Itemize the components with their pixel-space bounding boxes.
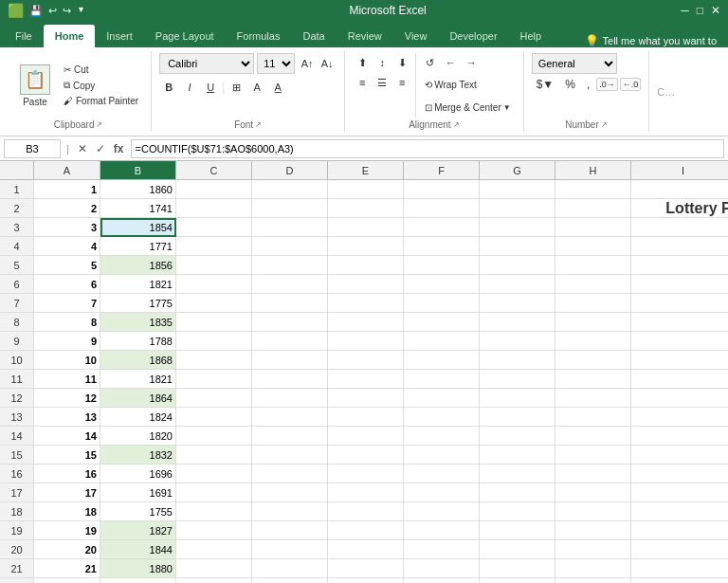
row-number[interactable]: 4 — [0, 237, 34, 256]
cell-a-5[interactable]: 5 — [34, 256, 100, 275]
cell-g-11[interactable] — [480, 370, 555, 389]
text-direction-button[interactable]: ↺ — [420, 53, 439, 72]
cell-e-15[interactable] — [328, 446, 404, 465]
cell-c-22[interactable] — [176, 578, 252, 583]
font-expand-icon[interactable]: ↗ — [255, 120, 262, 129]
cell-i-11[interactable] — [631, 370, 728, 389]
cell-d-19[interactable] — [252, 521, 328, 540]
cell-i-9[interactable] — [631, 332, 728, 351]
dollar-button[interactable]: $▼ — [532, 76, 559, 93]
cell-b-7[interactable]: 1775 — [100, 294, 176, 313]
cell-h-10[interactable] — [555, 351, 631, 370]
row-number[interactable]: 10 — [0, 351, 34, 370]
cell-b-19[interactable]: 1827 — [100, 521, 176, 540]
cell-d-22[interactable] — [252, 578, 328, 583]
cell-b-18[interactable]: 1755 — [100, 502, 176, 521]
cell-b-12[interactable]: 1864 — [100, 389, 176, 408]
cell-c-20[interactable] — [176, 540, 252, 559]
cancel-formula-icon[interactable]: ✕ — [75, 141, 90, 156]
cell-i-6[interactable] — [631, 275, 728, 294]
cell-c-17[interactable] — [176, 483, 252, 502]
align-bottom-button[interactable]: ⬇ — [392, 53, 411, 72]
bold-button[interactable]: B — [159, 78, 178, 97]
cell-b-4[interactable]: 1771 — [100, 237, 176, 256]
col-header-f[interactable]: F — [404, 161, 480, 179]
row-number[interactable]: 14 — [0, 427, 34, 446]
cell-e-10[interactable] — [328, 351, 404, 370]
cell-h-18[interactable] — [555, 502, 631, 521]
increase-font-size-button[interactable]: A↑ — [298, 54, 317, 73]
cell-e-2[interactable] — [328, 199, 404, 218]
cell-g-9[interactable] — [480, 332, 555, 351]
cell-h-1[interactable] — [555, 180, 631, 199]
cell-d-5[interactable] — [252, 256, 328, 275]
cell-g-22[interactable] — [480, 578, 555, 583]
paste-button[interactable]: 📋 Paste — [13, 62, 57, 110]
merge-dropdown-icon[interactable]: ▼ — [503, 103, 511, 112]
row-number[interactable]: 8 — [0, 313, 34, 332]
wrap-text-button[interactable]: ⟲ Wrap Text — [420, 74, 516, 95]
cell-reference-box[interactable] — [4, 139, 61, 158]
cell-a-7[interactable]: 7 — [34, 294, 100, 313]
row-number[interactable]: 13 — [0, 408, 34, 427]
cell-c-10[interactable] — [176, 351, 252, 370]
cell-c-21[interactable] — [176, 559, 252, 578]
close-icon[interactable]: ✕ — [711, 4, 720, 17]
cell-f-11[interactable] — [404, 370, 480, 389]
cell-h-11[interactable] — [555, 370, 631, 389]
cell-f-14[interactable] — [404, 427, 480, 446]
decrease-font-size-button[interactable]: A↓ — [318, 54, 337, 73]
cell-a-11[interactable]: 11 — [34, 370, 100, 389]
cell-f-3[interactable] — [404, 218, 480, 237]
cell-b-17[interactable]: 1691 — [100, 483, 176, 502]
row-number[interactable]: 9 — [0, 332, 34, 351]
cell-i-10[interactable] — [631, 351, 728, 370]
save-icon[interactable]: 💾 — [29, 5, 43, 17]
cell-f-22[interactable] — [404, 578, 480, 583]
cell-g-8[interactable] — [480, 313, 555, 332]
cell-h-7[interactable] — [555, 294, 631, 313]
cell-a-3[interactable]: 3 — [34, 218, 100, 237]
cell-e-9[interactable] — [328, 332, 404, 351]
tab-page-layout[interactable]: Page Layout — [144, 25, 226, 47]
cell-e-5[interactable] — [328, 256, 404, 275]
cell-i-8[interactable] — [631, 313, 728, 332]
cell-d-13[interactable] — [252, 408, 328, 427]
cell-h-15[interactable] — [555, 446, 631, 465]
cell-b-6[interactable]: 1821 — [100, 275, 176, 294]
cell-d-3[interactable] — [252, 218, 328, 237]
cell-d-12[interactable] — [252, 389, 328, 408]
cell-f-10[interactable] — [404, 351, 480, 370]
col-header-b[interactable]: B — [100, 161, 176, 179]
cell-f-20[interactable] — [404, 540, 480, 559]
align-left-button[interactable]: ≡ — [353, 73, 372, 92]
cell-a-14[interactable]: 14 — [34, 427, 100, 446]
cell-b-22[interactable]: 1774 — [100, 578, 176, 583]
align-middle-button[interactable]: ↕ — [373, 53, 391, 72]
cell-d-20[interactable] — [252, 540, 328, 559]
cell-g-4[interactable] — [480, 237, 555, 256]
col-header-h[interactable]: H — [555, 161, 631, 179]
cell-g-15[interactable] — [480, 446, 555, 465]
cell-c-4[interactable] — [176, 237, 252, 256]
cell-i-5[interactable] — [631, 256, 728, 275]
cell-i-1[interactable] — [631, 180, 728, 199]
row-number[interactable]: 1 — [0, 180, 34, 199]
cell-b-15[interactable]: 1832 — [100, 446, 176, 465]
cell-e-18[interactable] — [328, 502, 404, 521]
cell-a-18[interactable]: 18 — [34, 502, 100, 521]
cut-button[interactable]: ✂ Cut — [59, 63, 143, 77]
cell-i-21[interactable] — [631, 559, 728, 578]
cell-g-2[interactable] — [480, 199, 555, 218]
row-number[interactable]: 22 — [0, 578, 34, 583]
cell-d-21[interactable] — [252, 559, 328, 578]
cell-b-20[interactable]: 1844 — [100, 540, 176, 559]
cell-e-11[interactable] — [328, 370, 404, 389]
cell-h-6[interactable] — [555, 275, 631, 294]
col-header-d[interactable]: D — [252, 161, 328, 179]
cell-g-13[interactable] — [480, 408, 555, 427]
cell-c-13[interactable] — [176, 408, 252, 427]
cell-f-9[interactable] — [404, 332, 480, 351]
cell-d-8[interactable] — [252, 313, 328, 332]
tab-home[interactable]: Home — [44, 25, 96, 47]
